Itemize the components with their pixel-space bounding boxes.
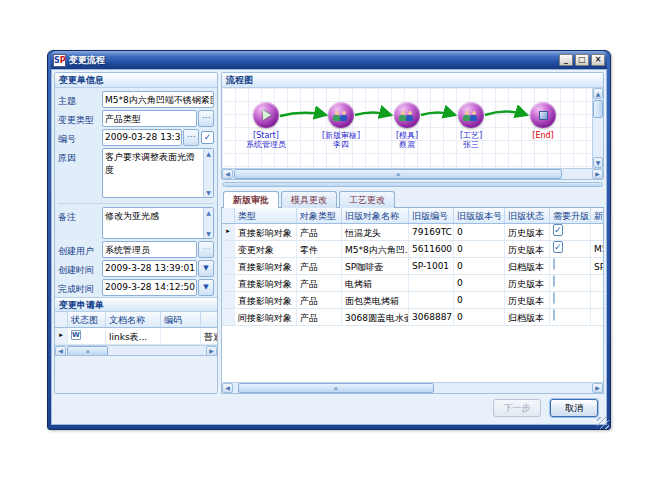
review-row-4[interactable]: 直接影响对象产品面包类电烤箱0历史版本 (222, 292, 603, 309)
flow-node-start[interactable] (253, 102, 279, 128)
upgrade-checkbox[interactable] (553, 258, 555, 270)
flow-chart-header: 流程图 (222, 73, 603, 88)
review-col-4[interactable]: 旧版版本号 (454, 208, 505, 223)
remark-textarea[interactable]: 修改为亚光感 ▲▼ (102, 207, 214, 239)
review-col-7[interactable]: 新版 (591, 208, 603, 223)
upgrade-checkbox[interactable] (553, 309, 555, 321)
request-grid-hscroll[interactable]: ◀ ▶ (55, 345, 217, 355)
scroll-left-icon[interactable]: ◀ (222, 383, 233, 393)
scroll-down-icon[interactable]: ▼ (206, 230, 211, 237)
titlebar[interactable]: SP 变更流程 _ □ × (51, 51, 607, 69)
create-time-input[interactable]: 2009-3-28 13:39:01 (102, 260, 197, 277)
flow-vscroll[interactable]: ▲ ▼ (592, 88, 603, 168)
tab-1[interactable]: 模具更改 (281, 191, 337, 208)
resize-grip[interactable] (597, 417, 609, 429)
review-col-2[interactable]: 旧版对象名称 (342, 208, 409, 223)
request-list-header: 变更申请单 (55, 297, 217, 312)
people-icon (463, 109, 479, 121)
cancel-button[interactable]: 取消 (550, 399, 598, 417)
review-grid-panel: 类型对象类型旧版对象名称旧版编号旧版版本号旧版状态需要升版新版 ▸直接影响对象产… (221, 208, 604, 394)
request-row[interactable]: ▸ W links表... 普通 (55, 328, 217, 345)
scroll-right-icon[interactable]: ▶ (592, 383, 603, 393)
number-input[interactable]: 2009-03-28 13:39:01 (102, 129, 182, 146)
review-row-0[interactable]: ▸直接影响对象产品恒温龙头79169TC0历史版本✓ (222, 224, 603, 241)
change-type-ellipsis-button[interactable]: ⋯ (198, 110, 214, 127)
reason-scrollbar[interactable]: ▲▼ (203, 149, 213, 197)
minimize-button[interactable]: _ (559, 54, 573, 66)
people-icon (333, 109, 349, 121)
row-indicator-icon (222, 275, 235, 291)
remark-scrollbar[interactable]: ▲▼ (203, 208, 213, 238)
next-button[interactable]: 下一步 (493, 399, 541, 417)
creator-ellipsis-button[interactable]: ⋯ (198, 241, 214, 258)
change-type-input[interactable]: 产品类型 (102, 110, 197, 127)
review-col-0[interactable]: 类型 (235, 208, 297, 223)
number-check-icon[interactable]: ✓ (201, 131, 214, 144)
panel-splitter[interactable] (222, 182, 603, 187)
scroll-left-icon[interactable]: ◀ (55, 346, 66, 355)
finish-time-input[interactable]: 2009-3-28 14:12:50 (102, 279, 197, 296)
upgrade-checkbox[interactable] (553, 292, 555, 304)
stop-icon (539, 111, 548, 120)
change-process-window: SP 变更流程 _ □ × 变更单信息 主题 M5*8内六角凹端不锈钢紧固螺钉 (47, 50, 611, 430)
subject-input[interactable]: M5*8内六角凹端不锈钢紧固螺钉 (102, 91, 214, 108)
review-col-5[interactable]: 旧版状态 (505, 208, 550, 223)
flow-node-task[interactable] (458, 102, 484, 128)
change-type-label: 变更类型 (58, 110, 102, 127)
tab-2[interactable]: 工艺更改 (339, 191, 395, 208)
scroll-up-icon[interactable]: ▲ (206, 150, 211, 157)
upgrade-checkbox[interactable]: ✓ (553, 241, 563, 253)
close-button[interactable]: × (591, 54, 605, 66)
scroll-up-icon[interactable]: ▲ (593, 88, 603, 99)
finish-time-label: 完成时间 (58, 279, 102, 296)
review-grid-hscroll[interactable]: ◀ ▶ (222, 382, 603, 393)
app-icon: SP (53, 54, 66, 67)
review-col-1[interactable]: 对象类型 (297, 208, 342, 223)
reason-textarea[interactable]: 客户要求调整表面光滑度 ▲▼ (102, 148, 214, 198)
play-icon (263, 110, 271, 120)
flow-node-label: [End] (508, 131, 578, 140)
scroll-down-icon[interactable]: ▼ (593, 157, 603, 168)
review-col-6[interactable]: 需要升版 (550, 208, 591, 223)
request-col-status[interactable]: 状态图 (68, 312, 106, 327)
flow-node-label: [模具]蔡震 (372, 131, 442, 149)
row-indicator-icon (222, 309, 235, 325)
change-order-info-panel: 变更单信息 主题 M5*8内六角凹端不锈钢紧固螺钉 变更类型 产品类型 ⋯ (54, 72, 218, 394)
flow-node-label: [工艺]张三 (436, 131, 506, 149)
scroll-right-icon[interactable]: ▶ (592, 169, 603, 179)
review-row-1[interactable]: 变更对象零件M5*8内六角凹...56116000历史版本✓M5*8 (222, 241, 603, 258)
scroll-right-icon[interactable]: ▶ (206, 346, 217, 355)
tabstrip: 新版审批模具更改工艺更改 (221, 189, 604, 208)
creator-input[interactable]: 系统管理员 (102, 241, 197, 258)
request-col-code[interactable]: 编码 (161, 312, 201, 327)
remark-label: 备注 (58, 207, 102, 224)
create-time-label: 创建时间 (58, 260, 102, 277)
review-row-5[interactable]: 间接影响对象产品3068圆盖电水壶30688870归档版本 (222, 309, 603, 326)
number-label: 编号 (58, 129, 102, 146)
request-col-docname[interactable]: 文档名称 (106, 312, 161, 327)
review-grid: 类型对象类型旧版对象名称旧版编号旧版版本号旧版状态需要升版新版 ▸直接影响对象产… (222, 208, 603, 382)
flow-node-end[interactable] (530, 102, 556, 128)
request-grid: 状态图 文档名称 编码 ▸ W links表... 普通 (55, 312, 217, 355)
row-indicator-icon: ▸ (55, 328, 68, 344)
number-ellipsis-button[interactable]: ⋯ (183, 129, 199, 146)
flow-chart-canvas[interactable]: [Start]系统管理员[新版审核]李四[模具]蔡震[工艺]张三[End] (222, 88, 592, 168)
maximize-button[interactable]: □ (575, 54, 589, 66)
scroll-up-icon[interactable]: ▲ (206, 209, 211, 216)
subject-label: 主题 (58, 91, 102, 108)
scroll-left-icon[interactable]: ◀ (222, 169, 233, 179)
finish-time-dropdown-icon[interactable]: ▼ (198, 279, 214, 296)
change-order-form: 主题 M5*8内六角凹端不锈钢紧固螺钉 变更类型 产品类型 ⋯ 编号 (55, 88, 217, 297)
upgrade-checkbox[interactable]: ✓ (553, 224, 563, 236)
review-col-3[interactable]: 旧版编号 (409, 208, 454, 223)
tab-0[interactable]: 新版审批 (223, 191, 279, 209)
review-row-2[interactable]: 直接影响对象产品SP咖啡壶SP-10010归档版本SP咖 (222, 258, 603, 275)
flow-node-task[interactable] (328, 102, 354, 128)
flow-node-task[interactable] (394, 102, 420, 128)
review-row-3[interactable]: 直接影响对象产品电烤箱0历史版本 (222, 275, 603, 292)
upgrade-checkbox[interactable] (553, 275, 555, 287)
window-content: 变更单信息 主题 M5*8内六角凹端不锈钢紧固螺钉 变更类型 产品类型 ⋯ (51, 69, 607, 425)
flow-hscroll[interactable]: ◀ ▶ (222, 168, 603, 179)
create-time-dropdown-icon[interactable]: ▼ (198, 260, 214, 277)
scroll-down-icon[interactable]: ▼ (206, 189, 211, 196)
